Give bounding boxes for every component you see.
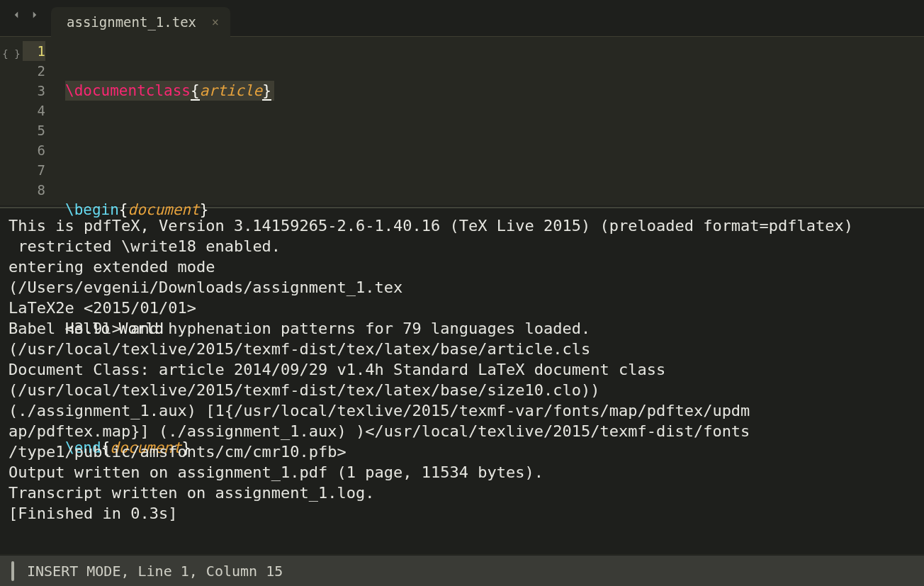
latex-argument: article <box>200 82 263 99</box>
tab-filename: assignment_1.tex <box>67 12 196 32</box>
nav-back-icon[interactable] <box>10 6 23 26</box>
editor-area[interactable]: { } 1 2 3 4 5 6 7 8 \documentclass{artic… <box>0 37 924 207</box>
status-bar: INSERT MODE, Line 1, Column 15 <box>0 555 924 586</box>
file-tab[interactable]: assignment_1.tex × <box>51 7 230 37</box>
line-number: 7 <box>23 160 45 180</box>
status-text: INSERT MODE, Line 1, Column 15 <box>27 561 283 581</box>
latex-command: \documentclass <box>65 82 191 99</box>
line-number: 6 <box>23 140 45 160</box>
line-number: 8 <box>23 180 45 200</box>
panel-switcher-icon[interactable] <box>11 561 14 581</box>
line-number: 3 <box>23 81 45 101</box>
line-number: 4 <box>23 101 45 120</box>
nav-forward-icon[interactable] <box>28 6 41 26</box>
tab-bar: assignment_1.tex × <box>0 0 924 37</box>
brace-icon[interactable]: { } <box>2 44 20 64</box>
close-icon[interactable]: × <box>212 12 219 32</box>
line-number: 5 <box>23 120 45 140</box>
code-content[interactable]: \documentclass{article} \begin{document}… <box>51 37 924 205</box>
line-number: 1 <box>23 41 45 61</box>
fold-gutter: { } <box>0 37 23 205</box>
line-number: 2 <box>23 61 45 81</box>
line-number-gutter: 1 2 3 4 5 6 7 8 <box>23 37 51 205</box>
